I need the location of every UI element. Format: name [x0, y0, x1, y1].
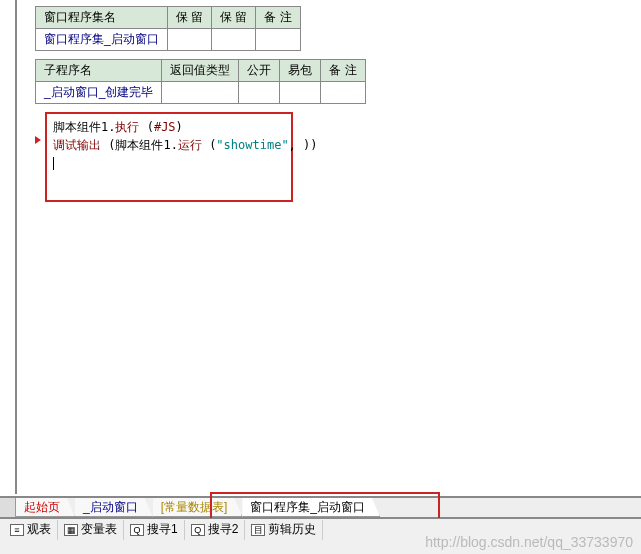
editor-tabs: 起始页 _启动窗口 [常量数据表] 窗口程序集_启动窗口 [0, 496, 641, 518]
status-search1[interactable]: Q 搜寻1 [124, 520, 185, 540]
col-epkg: 易包 [280, 60, 321, 82]
col-public: 公开 [239, 60, 280, 82]
col-remark2: 备 注 [321, 60, 365, 82]
status-watch[interactable]: ≡ 观表 [4, 520, 58, 540]
col-procset-name: 窗口程序集名 [36, 7, 168, 29]
tab-startup-window[interactable]: _启动窗口 [75, 498, 153, 517]
col-reserved2: 保 留 [212, 7, 256, 29]
tab-scroll-control[interactable] [0, 498, 16, 517]
code-line-3[interactable] [53, 154, 285, 172]
watermark-text: http://blog.csdn.net/qq_33733970 [425, 534, 633, 550]
tab-procset-startup[interactable]: 窗口程序集_启动窗口 [242, 498, 380, 517]
subname-cell[interactable]: _启动窗口_创建完毕 [36, 82, 162, 104]
tab-start-page[interactable]: 起始页 [16, 498, 75, 517]
procedure-set-table: 窗口程序集名 保 留 保 留 备 注 窗口程序集_启动窗口 [35, 6, 301, 51]
current-line-arrow-icon [35, 136, 41, 144]
text-cursor-icon [53, 157, 54, 170]
code-line-2[interactable]: 调试输出 (脚本组件1.运行 ("showtime", )) [53, 136, 285, 154]
list-icon: ≡ [10, 524, 24, 536]
code-editor-highlight[interactable]: 脚本组件1.执行 (#JS) 调试输出 (脚本组件1.运行 ("showtime… [45, 112, 293, 202]
grid-icon: ▦ [64, 524, 78, 536]
col-reserved1: 保 留 [167, 7, 211, 29]
col-remark: 备 注 [256, 7, 300, 29]
search-icon: Q [191, 524, 205, 536]
table-row[interactable]: _启动窗口_创建完毕 [36, 82, 366, 104]
code-line-1[interactable]: 脚本组件1.执行 (#JS) [53, 118, 285, 136]
search-icon: Q [130, 524, 144, 536]
table-row[interactable]: 窗口程序集_启动窗口 [36, 29, 301, 51]
subroutine-table: 子程序名 返回值类型 公开 易包 备 注 _启动窗口_创建完毕 [35, 59, 366, 104]
status-search2[interactable]: Q 搜寻2 [185, 520, 246, 540]
col-rettype: 返回值类型 [162, 60, 239, 82]
status-cliphistory[interactable]: 目 剪辑历史 [245, 520, 323, 540]
col-subname: 子程序名 [36, 60, 162, 82]
tab-constant-table[interactable]: [常量数据表] [153, 498, 243, 517]
procset-name-cell[interactable]: 窗口程序集_启动窗口 [36, 29, 168, 51]
status-vartable[interactable]: ▦ 变量表 [58, 520, 124, 540]
history-icon: 目 [251, 524, 265, 536]
editor-area: 窗口程序集名 保 留 保 留 备 注 窗口程序集_启动窗口 子程序名 返回值类型… [15, 0, 641, 494]
